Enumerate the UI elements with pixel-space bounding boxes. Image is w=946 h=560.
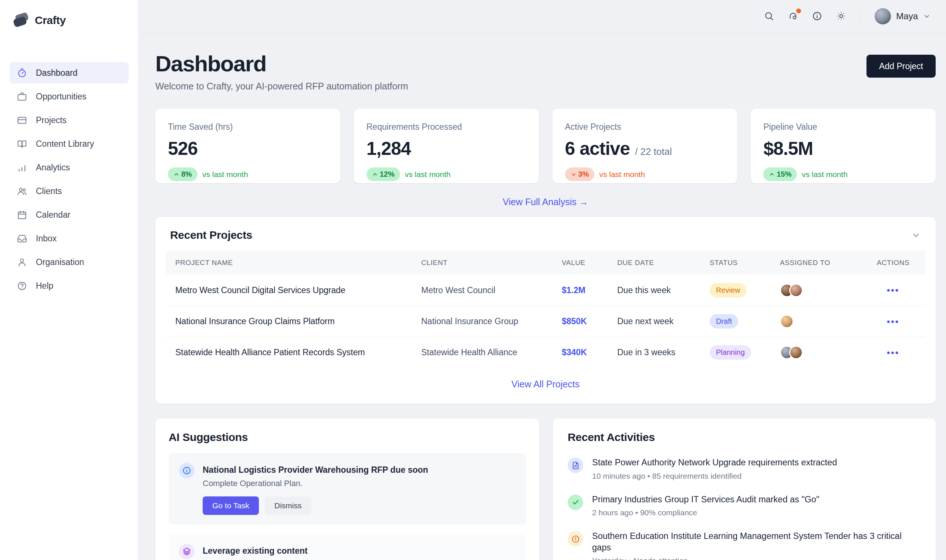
sidebar-item-dashboard[interactable]: Dashboard — [9, 62, 129, 83]
avatar — [789, 283, 803, 297]
book-open-icon — [17, 139, 27, 149]
divider — [860, 9, 861, 24]
trend-badge: 8% — [168, 168, 197, 181]
stat-cards: Time Saved (hrs) 526 8% vs last month Re… — [155, 109, 936, 183]
recent-projects-title: Recent Projects — [170, 229, 252, 242]
suggestion-item: Leverage existing content National Insur… — [169, 534, 526, 560]
row-actions-button[interactable]: ••• — [887, 348, 900, 357]
stat-value: $8.5M — [763, 138, 813, 159]
project-value: $850K — [562, 316, 617, 326]
main-area: Maya Dashboard Welcome to Crafty, your A… — [139, 0, 946, 560]
person-icon — [17, 257, 27, 267]
search-icon[interactable] — [764, 11, 774, 21]
calendar-icon — [17, 210, 27, 220]
assignee-avatars — [780, 346, 871, 359]
sidebar-item-analytics[interactable]: Analytics — [9, 157, 129, 178]
status-badge: Draft — [710, 314, 738, 329]
collapse-chevron-icon[interactable] — [911, 230, 921, 240]
ai-suggestions-card: AI Suggestions National Logistics Provid… — [155, 418, 539, 560]
col-status: STATUS — [710, 259, 780, 267]
row-actions-button[interactable]: ••• — [887, 316, 900, 326]
avatar — [780, 315, 793, 328]
recent-activities-card: Recent Activities State Power Authority … — [553, 418, 936, 560]
feedback-icon[interactable] — [788, 11, 798, 21]
col-due-date: DUE DATE — [617, 259, 710, 267]
trend-badge: 12% — [367, 168, 400, 181]
sidebar-item-content-library[interactable]: Content Library — [9, 133, 129, 154]
sidebar-item-calendar[interactable]: Calendar — [9, 204, 129, 226]
view-full-analysis-link[interactable]: View Full Analysis → — [155, 197, 936, 208]
sidebar-item-label: Clients — [36, 186, 62, 196]
user-avatar — [875, 8, 891, 25]
activity-title: Primary Industries Group IT Services Aud… — [592, 494, 819, 505]
table-row[interactable]: Statewide Health Alliance Patient Record… — [166, 337, 925, 368]
assignee-avatars — [780, 283, 871, 297]
view-all-projects-link[interactable]: View All Projects — [155, 368, 936, 404]
trend-badge: 15% — [763, 168, 797, 181]
chevron-down-icon — [923, 12, 931, 20]
suggestion-item: National Logistics Provider Warehousing … — [169, 453, 526, 525]
trend-note: vs last month — [405, 170, 451, 179]
table-row[interactable]: National Insurance Group Claims Platform… — [166, 306, 925, 337]
row-actions-button[interactable]: ••• — [887, 285, 900, 295]
ai-suggestions-title: AI Suggestions — [169, 431, 526, 443]
stat-label: Time Saved (hrs) — [168, 122, 328, 132]
stat-card-time-saved: Time Saved (hrs) 526 8% vs last month — [155, 109, 340, 183]
activity-title: State Power Authority Network Upgrade re… — [592, 457, 837, 468]
status-badge: Review — [710, 283, 747, 298]
sidebar-nav: Dashboard Opportunities Projects Content… — [9, 62, 129, 297]
content: Dashboard Welcome to Crafty, your AI-pow… — [139, 32, 946, 560]
table-row[interactable]: Metro West Council Digital Services Upgr… — [166, 275, 925, 306]
activity-title: Southern Education Institute Learning Ma… — [592, 531, 921, 553]
sidebar-item-label: Dashboard — [36, 68, 78, 78]
stat-label: Active Projects — [565, 122, 725, 132]
notification-dot — [796, 9, 801, 13]
col-project-name: PROJECT NAME — [175, 259, 421, 267]
info-icon[interactable] — [812, 11, 822, 21]
project-name: Metro West Council Digital Services Upgr… — [175, 285, 421, 295]
help-circle-icon — [17, 281, 27, 291]
brand: Crafty — [9, 11, 129, 29]
stat-value: 6 active — [565, 138, 630, 159]
sidebar-item-organisation[interactable]: Organisation — [9, 251, 129, 273]
sidebar-item-clients[interactable]: Clients — [9, 180, 129, 202]
sidebar-item-projects[interactable]: Projects — [9, 109, 129, 131]
dismiss-button[interactable]: Dismiss — [265, 497, 311, 515]
panel-icon — [17, 115, 27, 125]
avatar — [789, 346, 803, 359]
add-project-button[interactable]: Add Project — [866, 55, 936, 78]
check-icon — [568, 495, 583, 510]
stat-card-requirements: Requirements Processed 1,284 12% vs last… — [354, 109, 539, 183]
suggestion-title: Leverage existing content — [203, 546, 432, 556]
sidebar-item-opportunities[interactable]: Opportunities — [9, 86, 129, 107]
go-to-task-button[interactable]: Go to Task — [203, 497, 259, 515]
table-header-row: PROJECT NAME CLIENT VALUE DUE DATE STATU… — [166, 251, 925, 275]
sidebar-item-help[interactable]: Help — [9, 275, 129, 297]
project-value: $1.2M — [562, 285, 617, 295]
bar-chart-icon — [17, 163, 27, 172]
project-name: National Insurance Group Claims Platform — [175, 316, 421, 326]
stat-card-active-projects: Active Projects 6 active / 22 total 3% v… — [553, 109, 737, 183]
sidebar-item-label: Analytics — [36, 163, 70, 172]
sidebar-item-label: Organisation — [36, 257, 84, 267]
trend-note: vs last month — [202, 170, 248, 179]
page-title: Dashboard — [155, 51, 408, 77]
info-icon — [179, 463, 194, 478]
sidebar-item-inbox[interactable]: Inbox — [9, 228, 129, 249]
trend-badge: 3% — [565, 168, 595, 181]
activity-meta: 10 minutes ago • 85 requirements identif… — [592, 472, 837, 480]
recent-activities-title: Recent Activities — [568, 431, 921, 443]
user-menu[interactable]: Maya — [875, 8, 931, 25]
trend-note: vs last month — [599, 170, 645, 179]
project-due: Due in 3 weeks — [617, 348, 710, 357]
activity-item: Southern Education Institute Learning Ma… — [568, 531, 921, 560]
theme-sun-icon[interactable] — [836, 11, 846, 21]
sidebar-item-label: Projects — [36, 115, 66, 125]
suggestion-desc: Complete Operational Plan. — [203, 479, 428, 488]
layers-icon — [179, 544, 194, 559]
stat-card-pipeline-value: Pipeline Value $8.5M 15% vs last month — [751, 109, 936, 183]
crafty-logo-icon — [13, 12, 29, 28]
projects-table: PROJECT NAME CLIENT VALUE DUE DATE STATU… — [166, 251, 925, 368]
page-subtitle: Welcome to Crafty, your AI-powered RFP a… — [155, 81, 408, 92]
col-value: VALUE — [562, 259, 617, 267]
